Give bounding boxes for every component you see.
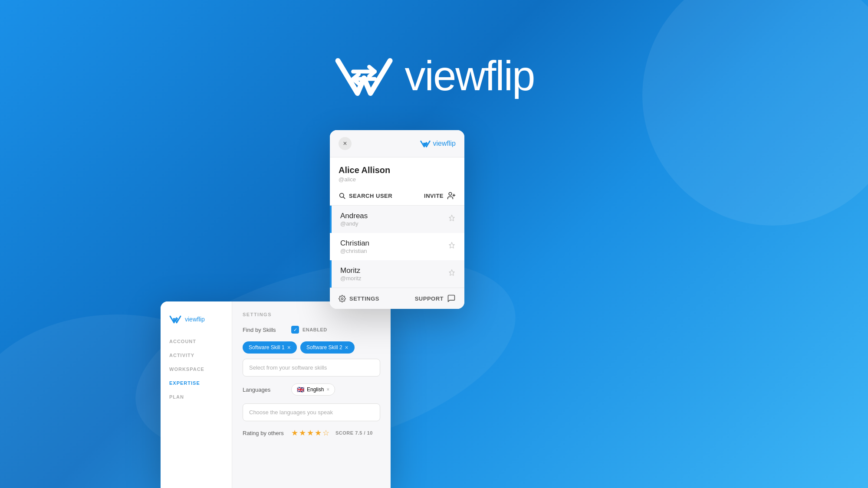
modal-actions: SEARCH USER INVITE bbox=[330, 188, 464, 206]
sidebar-nav: ACCOUNT ACTIVITY WORKSPACE EXPERTISE PLA… bbox=[161, 334, 232, 404]
footer-support-button[interactable]: SUPPORT bbox=[415, 294, 456, 303]
user-list-item-info: Christian @christian bbox=[340, 239, 369, 254]
svg-line-7 bbox=[343, 197, 345, 199]
pin-icon-2[interactable] bbox=[448, 242, 456, 252]
sidebar-brand-text: viewflip bbox=[185, 316, 205, 323]
skill-tag-1-remove[interactable]: × bbox=[287, 344, 291, 351]
footer-support-label: SUPPORT bbox=[415, 295, 444, 302]
language-tag-label: English bbox=[307, 386, 324, 393]
wave-decoration-1 bbox=[642, 0, 868, 226]
find-by-skills-toggle[interactable]: ✓ ENABLED bbox=[291, 326, 327, 334]
pin-icon-1[interactable] bbox=[448, 214, 456, 224]
modal-header: × viewflip bbox=[330, 130, 464, 157]
modal-brand: viewflip bbox=[420, 140, 456, 148]
find-by-skills-row: Find by Skills ✓ ENABLED bbox=[243, 326, 380, 334]
languages-placeholder-text: Choose the languages you speak bbox=[249, 409, 333, 416]
user-list-item-christian[interactable]: Christian @christian bbox=[330, 233, 464, 260]
settings-content: SETTINGS Find by Skills ✓ ENABLED Softwa… bbox=[232, 301, 391, 488]
sidebar-item-activity[interactable]: ACTIVITY bbox=[161, 348, 232, 362]
modal-brand-text: viewflip bbox=[433, 140, 456, 147]
skills-placeholder-text: Select from your software skills bbox=[249, 364, 327, 371]
main-logo-text: viewflip bbox=[405, 52, 535, 100]
modal-footer: SETTINGS SUPPORT bbox=[330, 288, 464, 309]
rating-label: Rating by others bbox=[243, 430, 286, 436]
language-tag-remove[interactable]: × bbox=[326, 386, 329, 393]
footer-settings-button[interactable]: SETTINGS bbox=[339, 295, 379, 302]
skill-tag-2[interactable]: Software Skill 2 × bbox=[300, 341, 355, 354]
skill-tag-2-label: Software Skill 2 bbox=[306, 344, 342, 350]
svg-point-11 bbox=[341, 298, 343, 299]
settings-section-title: SETTINGS bbox=[243, 312, 380, 317]
skill-tag-1-label: Software Skill 1 bbox=[249, 344, 285, 350]
sidebar-item-plan[interactable]: PLAN bbox=[161, 390, 232, 404]
user-list-item-moritz[interactable]: Moritz @moritz bbox=[330, 260, 464, 288]
user-handle: @alice bbox=[339, 176, 456, 183]
languages-row: Languages 🇬🇧 English × bbox=[243, 383, 380, 396]
invite-label: INVITE bbox=[424, 193, 444, 199]
user-modal: × viewflip Alice Allison @alice SEARCH U… bbox=[330, 130, 464, 309]
sidebar-item-account[interactable]: ACCOUNT bbox=[161, 334, 232, 348]
sidebar-logo: viewflip bbox=[161, 314, 232, 334]
flag-icon: 🇬🇧 bbox=[297, 386, 304, 393]
user-list-item-handle: @moritz bbox=[340, 275, 362, 282]
user-info-section: Alice Allison @alice bbox=[330, 157, 464, 188]
user-list-item-handle: @christian bbox=[340, 248, 369, 254]
search-user-label: SEARCH USER bbox=[349, 193, 392, 199]
invite-button[interactable]: INVITE bbox=[424, 191, 456, 200]
user-list-item-andreas[interactable]: Andreas @andy bbox=[330, 206, 464, 233]
skill-tag-2-remove[interactable]: × bbox=[345, 344, 349, 351]
pin-icon-3[interactable] bbox=[448, 269, 456, 279]
language-tag-english[interactable]: 🇬🇧 English × bbox=[291, 383, 335, 396]
user-list: Andreas @andy Christian @christian bbox=[330, 206, 464, 288]
enabled-status: ENABLED bbox=[302, 327, 327, 332]
rating-stars: ★★★★☆ bbox=[291, 428, 330, 438]
footer-settings-label: SETTINGS bbox=[349, 295, 379, 302]
languages-input[interactable]: Choose the languages you speak bbox=[243, 403, 380, 421]
languages-label: Languages bbox=[243, 386, 286, 393]
rating-row: Rating by others ★★★★☆ SCORE 7.5 / 10 bbox=[243, 428, 380, 438]
main-logo-area: viewflip bbox=[334, 52, 535, 100]
search-user-button[interactable]: SEARCH USER bbox=[339, 192, 392, 199]
skills-tags-row: Software Skill 1 × Software Skill 2 × bbox=[243, 341, 380, 354]
main-logo-icon bbox=[334, 52, 395, 100]
settings-panel: viewflip ACCOUNT ACTIVITY WORKSPACE EXPE… bbox=[161, 301, 391, 488]
user-name: Alice Allison bbox=[339, 165, 456, 175]
user-list-item-info: Moritz @moritz bbox=[340, 266, 362, 282]
skill-tag-1[interactable]: Software Skill 1 × bbox=[243, 341, 297, 354]
settings-sidebar: viewflip ACCOUNT ACTIVITY WORKSPACE EXPE… bbox=[161, 301, 232, 488]
modal-close-button[interactable]: × bbox=[339, 137, 352, 150]
skills-input[interactable]: Select from your software skills bbox=[243, 359, 380, 377]
user-list-item-info: Andreas @andy bbox=[340, 212, 368, 227]
find-by-skills-label: Find by Skills bbox=[243, 327, 286, 333]
user-list-item-name: Christian bbox=[340, 239, 369, 248]
user-list-item-handle: @andy bbox=[340, 220, 368, 227]
user-list-item-name: Moritz bbox=[340, 266, 362, 275]
score-badge: SCORE 7.5 / 10 bbox=[335, 430, 373, 436]
sidebar-item-workspace[interactable]: WORKSPACE bbox=[161, 362, 232, 376]
svg-point-8 bbox=[449, 193, 452, 196]
sidebar-item-expertise[interactable]: EXPERTISE bbox=[161, 376, 232, 390]
checkbox-icon[interactable]: ✓ bbox=[291, 326, 299, 334]
user-list-item-name: Andreas bbox=[340, 212, 368, 220]
